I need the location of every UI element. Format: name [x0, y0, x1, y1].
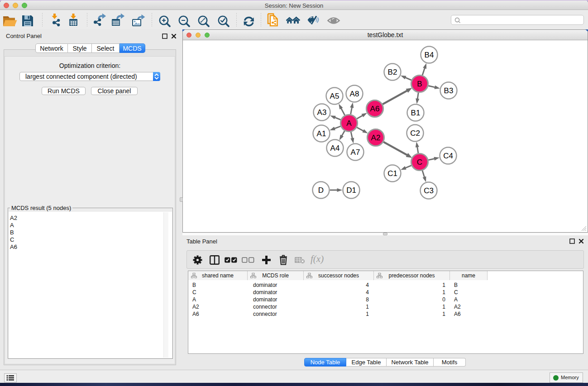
- svg-text:B1: B1: [411, 109, 421, 117]
- svg-text:C2: C2: [410, 129, 420, 138]
- svg-text:D1: D1: [346, 186, 356, 195]
- svg-text:B3: B3: [444, 86, 454, 95]
- svg-text:A8: A8: [350, 90, 359, 98]
- svg-text:C3: C3: [424, 186, 434, 195]
- svg-text:A4: A4: [330, 144, 340, 152]
- svg-text:A1: A1: [317, 129, 326, 138]
- svg-text:C4: C4: [443, 152, 453, 160]
- svg-text:C: C: [417, 158, 422, 167]
- svg-text:C1: C1: [387, 169, 397, 178]
- svg-text:A: A: [346, 119, 352, 128]
- svg-text:B2: B2: [388, 68, 397, 76]
- svg-text:A5: A5: [330, 92, 339, 100]
- svg-text:A7: A7: [351, 148, 360, 157]
- svg-text:D: D: [318, 186, 324, 195]
- svg-text:A6: A6: [370, 105, 380, 113]
- svg-text:A3: A3: [317, 108, 327, 117]
- svg-text:B: B: [417, 80, 422, 88]
- svg-text:B4: B4: [425, 51, 434, 59]
- svg-text:A2: A2: [371, 133, 381, 142]
